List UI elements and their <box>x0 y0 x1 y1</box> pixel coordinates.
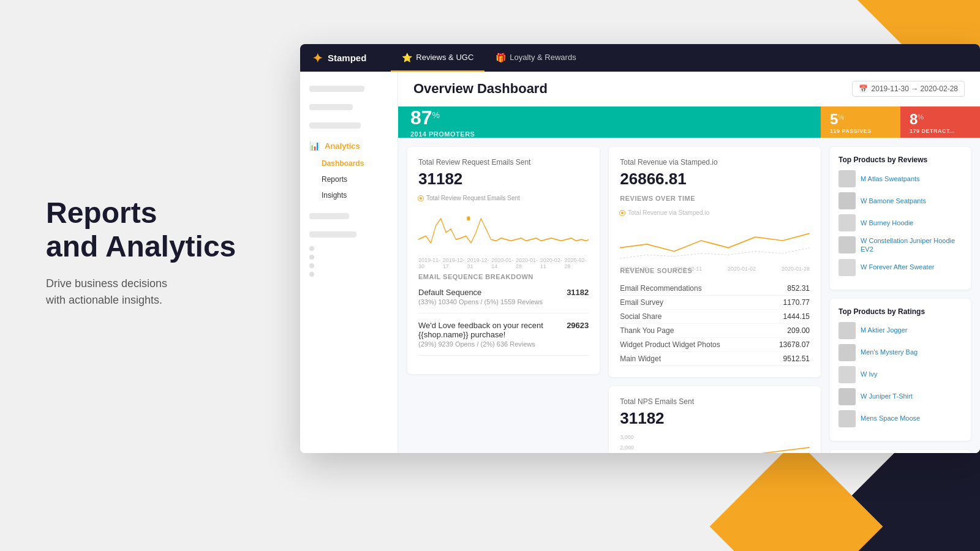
nav-tab-loyalty[interactable]: 🎁 Loyalty & Rewards <box>484 44 587 72</box>
sequence-1-meta: (33%) 10340 Opens / (5%) 1559 Reviews <box>418 298 589 305</box>
revenue-chart-dot-icon <box>620 211 625 216</box>
product-thumb-1 <box>839 170 856 187</box>
right-column: Top Products by Reviews M Atlas Sweatpan… <box>830 147 971 453</box>
chart-x-label-2: 2019-12-17 <box>443 257 467 269</box>
gift-icon: 🎁 <box>496 53 506 62</box>
promoter-score: 87 <box>410 107 432 129</box>
rev-x-4: 2020-01-28 <box>782 266 810 272</box>
top-products-ratings-title: Top Products by Ratings <box>839 307 962 316</box>
sidebar-placeholder-3 <box>300 118 398 133</box>
product-thumb-3 <box>839 214 856 231</box>
date-range-value: 2019-11-30 → 2020-02-28 <box>872 84 958 93</box>
nav-tab-loyalty-label: Loyalty & Rewards <box>510 53 576 62</box>
top-products-reviews-card: Top Products by Reviews M Atlas Sweatpan… <box>830 147 971 290</box>
main-layout: 📊 Analytics Dashboards Reports Insights <box>300 72 980 453</box>
nav-tab-reviews[interactable]: ⭐ Reviews & UGC <box>391 44 484 72</box>
nps-banner: 87 % 2014 PROMOTERS 5 % 119 PASSIVES <box>398 107 980 138</box>
brand-name: Stamped <box>328 53 366 63</box>
product-reviews-3: W Burney Hoodie <box>839 214 962 231</box>
revenue-source-6-name: Main Widget <box>620 354 661 363</box>
product-reviews-2-name[interactable]: W Bamone Seatpants <box>861 197 926 205</box>
sidebar-placeholder-4 <box>300 208 398 224</box>
sidebar-analytics-label: Analytics <box>325 141 360 151</box>
product-reviews-1-name[interactable]: M Atlas Sweatpants <box>861 174 920 183</box>
sidebar-placeholder-2 <box>300 99 398 115</box>
left-column: Total Review Request Emails Sent 31182 T… <box>407 147 600 453</box>
sequence-1-name: Default Sequence <box>418 288 481 297</box>
product-reviews-2: W Bamone Seatpants <box>839 192 962 209</box>
nps-passives: 5 % 119 PASSIVES <box>821 107 900 138</box>
product-thumb-4 <box>839 236 856 253</box>
sidebar-dot-2 <box>309 255 314 260</box>
revenue-row-5: Widget Product Widget Photos 13678.07 <box>620 338 810 352</box>
chart-x-label-7: 2020-02-28 <box>565 257 589 269</box>
email-chart: 2019-11-30 2019-12-17 2019-12-31 2020-01… <box>418 204 589 266</box>
reviews-over-time-title: REVIEWS OVER TIME <box>620 195 810 202</box>
promoter-label: 2014 PROMOTERS <box>410 130 475 138</box>
passive-score: 5 <box>830 111 838 128</box>
product-reviews-5-name[interactable]: W Forever After Sweater <box>861 263 934 271</box>
revenue-source-1-amount: 852.31 <box>787 284 810 293</box>
product-reviews-3-name[interactable]: W Burney Hoodie <box>861 219 913 227</box>
product-ratings-3-name[interactable]: W Ivy <box>861 370 878 378</box>
top-nav: ✦ Stamped ⭐ Reviews & UGC 🎁 Loyalty & Re… <box>300 44 980 72</box>
product-ratings-2: Men's Mystery Bag <box>839 344 962 361</box>
promoter-percent: % <box>432 110 440 120</box>
analytics-icon: 📊 <box>309 141 320 151</box>
product-reviews-4-name[interactable]: W Constellation Juniper Hoodie EV2 <box>861 236 962 254</box>
product-ratings-thumb-2 <box>839 344 856 361</box>
product-ratings-4-name[interactable]: W Juniper T-Shirt <box>861 392 913 400</box>
nps-emails-label: Total NPS Emails Sent <box>620 397 810 406</box>
sidebar: 📊 Analytics Dashboards Reports Insights <box>300 72 398 453</box>
sequence-section-title: EMAIL SEQUENCE BREAKDOWN <box>418 273 589 280</box>
revenue-chart-legend-label: Total Revenue via Stamped.io <box>628 209 709 216</box>
product-thumb-5 <box>839 259 856 276</box>
revenue-sources-list: Email Recommendations 852.31 Email Surve… <box>620 282 810 366</box>
chart-legend-label: Total Review Request Emails Sent <box>426 195 520 201</box>
revenue-source-4-amount: 209.00 <box>787 326 810 335</box>
revenue-row-6: Main Widget 9512.51 <box>620 352 810 366</box>
product-ratings-1: M Aktier Jogger <box>839 322 962 339</box>
product-thumb-2 <box>839 192 856 209</box>
chart-dot-icon <box>418 196 423 201</box>
sidebar-item-insights[interactable]: Insights <box>300 187 398 203</box>
product-ratings-1-name[interactable]: M Aktier Jogger <box>861 326 907 334</box>
nps-detractors: 8 % 179 DETRACT... <box>900 107 980 138</box>
sidebar-item-dashboards[interactable]: Dashboards <box>300 156 398 171</box>
nps-promoters: 87 % 2014 PROMOTERS <box>398 107 821 138</box>
top-products-reviews-title: Top Products by Reviews <box>839 156 962 164</box>
revenue-source-6-amount: 9512.51 <box>783 354 810 363</box>
top-customers-card: Top Customers by Reviews Name Email <box>830 450 971 453</box>
passive-percent: % <box>838 113 844 121</box>
revenue-row-1: Email Recommendations 852.31 <box>620 282 810 296</box>
dashboard-grid: Total Review Request Emails Sent 31182 T… <box>398 138 980 453</box>
revenue-source-3-name: Social Share <box>620 312 662 321</box>
revenue-source-3-amount: 1444.15 <box>783 312 810 321</box>
dashboard-header: Overview Dashboard 📅 2019-11-30 → 2020-0… <box>398 72 980 107</box>
nps-emails-value: 31182 <box>620 409 810 428</box>
dashboard-title: Overview Dashboard <box>413 81 548 97</box>
sequence-2-name: We'd Love feedback on your recent {{shop… <box>418 321 567 339</box>
insights-label: Insights <box>322 191 347 200</box>
chart-x-label-5: 2020-01-28 <box>516 257 540 269</box>
revenue-label: Total Revenue via Stamped.io <box>620 158 810 167</box>
product-reviews-4: W Constellation Juniper Hoodie EV2 <box>839 236 962 254</box>
sequence-2-count: 29623 <box>567 321 589 330</box>
date-range[interactable]: 📅 2019-11-30 → 2020-02-28 <box>852 81 965 97</box>
product-reviews-5: W Forever After Sweater <box>839 259 962 276</box>
sequence-1-count: 31182 <box>567 288 589 297</box>
rev-x-3: 2020-01-02 <box>728 266 756 272</box>
detractor-percent: % <box>918 113 924 121</box>
product-ratings-5-name[interactable]: Mens Space Moose <box>861 414 920 422</box>
left-content: Reports and Analytics Drive business dec… <box>46 196 236 309</box>
product-ratings-2-name[interactable]: Men's Mystery Bag <box>861 348 918 356</box>
sidebar-item-reports[interactable]: Reports <box>300 171 398 187</box>
chart-x-label-3: 2019-12-31 <box>467 257 492 269</box>
brand-icon: ✦ <box>312 51 323 66</box>
product-ratings-thumb-5 <box>839 410 856 427</box>
sequence-item-1: Default Sequence 31182 (33%) 10340 Opens… <box>418 288 589 313</box>
revenue-row-3: Social Share 1444.15 <box>620 310 810 324</box>
passive-label: 119 PASSIVES <box>830 128 872 134</box>
revenue-source-4-name: Thank You Page <box>620 326 674 335</box>
sidebar-item-analytics[interactable]: 📊 Analytics <box>300 136 398 156</box>
